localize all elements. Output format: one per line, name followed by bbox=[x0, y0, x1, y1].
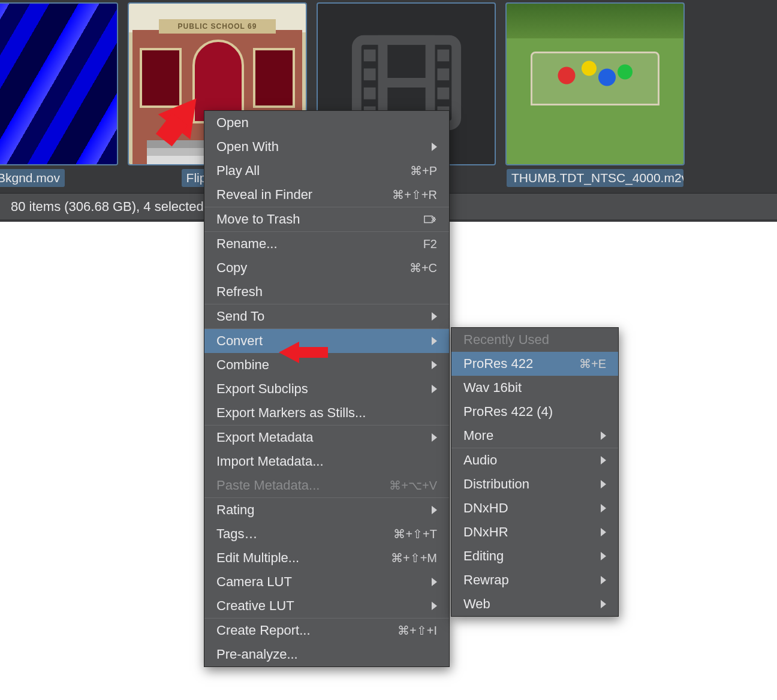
menu-label: Open bbox=[216, 115, 249, 131]
submenu-arrow-icon bbox=[601, 552, 606, 560]
menu-label: Open With bbox=[216, 139, 279, 155]
menu-item-export-metadata[interactable]: Export Metadata bbox=[204, 426, 449, 449]
annotation-arrow-icon bbox=[279, 342, 328, 363]
submenu-item-prores-422[interactable]: ProRes 422 ⌘+E bbox=[451, 352, 618, 376]
menu-item-import-metadata[interactable]: Import Metadata... bbox=[204, 449, 449, 473]
submenu-arrow-icon bbox=[601, 600, 606, 608]
menu-item-refresh[interactable]: Refresh bbox=[204, 280, 449, 304]
menu-item-create-report[interactable]: Create Report... ⌘+⇧+I bbox=[204, 618, 449, 642]
menu-label: Audio bbox=[463, 452, 497, 468]
menu-label: DNxHD bbox=[463, 500, 508, 516]
submenu-arrow-icon bbox=[432, 578, 437, 586]
menu-label: Paste Metadata... bbox=[216, 478, 320, 493]
menu-label: Refresh bbox=[216, 284, 263, 300]
menu-item-creative-lut[interactable]: Creative LUT bbox=[204, 594, 449, 618]
thumbnail-label: Bkgnd.mov bbox=[0, 169, 65, 187]
menu-label: Recently Used bbox=[463, 332, 549, 348]
menu-item-export-subclips[interactable]: Export Subclips bbox=[204, 377, 449, 401]
menu-label: Export Subclips bbox=[216, 381, 308, 397]
submenu-arrow-icon bbox=[601, 504, 606, 512]
trash-tag-icon bbox=[424, 215, 437, 224]
submenu-item-rewrap[interactable]: Rewrap bbox=[451, 568, 618, 592]
menu-shortcut: ⌘+⇧+I bbox=[397, 623, 437, 638]
submenu-item-more[interactable]: More bbox=[451, 424, 618, 448]
submenu-item-dnxhr[interactable]: DNxHR bbox=[451, 520, 618, 544]
submenu-arrow-icon bbox=[601, 456, 606, 464]
submenu-arrow-icon bbox=[432, 385, 437, 393]
menu-item-open[interactable]: Open bbox=[204, 111, 449, 135]
submenu-item-wav-16bit[interactable]: Wav 16bit bbox=[451, 376, 618, 400]
thumbnail-item[interactable]: THUMB.TDT_NTSC_4000.m2v bbox=[502, 2, 688, 189]
submenu-arrow-icon bbox=[601, 528, 606, 536]
submenu-arrow-icon bbox=[432, 143, 437, 151]
submenu-item-web[interactable]: Web bbox=[451, 592, 618, 616]
menu-shortcut: ⌘+⌥+V bbox=[389, 478, 437, 493]
menu-shortcut: F2 bbox=[423, 237, 437, 251]
menu-label: Import Metadata... bbox=[216, 454, 324, 469]
thumbnail-item[interactable]: Bkgnd.mov bbox=[0, 2, 122, 189]
menu-shortcut: ⌘+C bbox=[409, 261, 437, 275]
menu-item-open-with[interactable]: Open With bbox=[204, 135, 449, 159]
menu-label: Web bbox=[463, 596, 490, 612]
submenu-item-distribution[interactable]: Distribution bbox=[451, 472, 618, 496]
menu-label: Tags… bbox=[216, 526, 257, 542]
menu-label: Pre-analyze... bbox=[216, 647, 298, 662]
menu-item-export-markers[interactable]: Export Markers as Stills... bbox=[204, 401, 449, 425]
svg-rect-6 bbox=[437, 50, 449, 62]
menu-item-paste-metadata: Paste Metadata... ⌘+⌥+V bbox=[204, 473, 449, 497]
svg-rect-2 bbox=[363, 50, 375, 62]
menu-label: Wav 16bit bbox=[463, 380, 522, 396]
submenu-item-dnxhd[interactable]: DNxHD bbox=[451, 496, 618, 520]
menu-label: ProRes 422 bbox=[463, 356, 533, 372]
submenu-arrow-icon bbox=[432, 312, 437, 321]
menu-label: Distribution bbox=[463, 476, 529, 492]
menu-item-move-to-trash[interactable]: Move to Trash bbox=[204, 207, 449, 231]
menu-item-tags[interactable]: Tags… ⌘+⇧+T bbox=[204, 522, 449, 546]
submenu-item-prores-422-4[interactable]: ProRes 422 (4) bbox=[451, 400, 618, 424]
thumbnail-label: THUMB.TDT_NTSC_4000.m2v bbox=[507, 169, 683, 187]
menu-item-send-to[interactable]: Send To bbox=[204, 304, 449, 328]
menu-item-play-all[interactable]: Play All ⌘+P bbox=[204, 159, 449, 183]
svg-rect-7 bbox=[437, 68, 449, 80]
menu-label: Export Markers as Stills... bbox=[216, 405, 366, 421]
menu-label: Combine bbox=[216, 357, 269, 373]
menu-label: Editing bbox=[463, 548, 504, 564]
submenu-arrow-icon bbox=[601, 576, 606, 584]
submenu-arrow-icon bbox=[432, 361, 437, 369]
thumbnail-image bbox=[0, 2, 118, 165]
menu-label: Export Metadata bbox=[216, 430, 313, 445]
menu-label: Reveal in Finder bbox=[216, 187, 312, 203]
menu-label: Move to Trash bbox=[216, 212, 300, 227]
menu-label: Copy bbox=[216, 260, 247, 276]
context-menu: Open Open With Play All ⌘+P Reveal in Fi… bbox=[204, 110, 450, 667]
menu-label: Send To bbox=[216, 309, 264, 324]
menu-shortcut: ⌘+⇧+R bbox=[392, 188, 437, 202]
submenu-arrow-icon bbox=[432, 506, 437, 514]
convert-submenu: Recently Used ProRes 422 ⌘+E Wav 16bit P… bbox=[451, 327, 619, 617]
submenu-item-editing[interactable]: Editing bbox=[451, 544, 618, 568]
submenu-arrow-icon bbox=[601, 432, 606, 440]
menu-item-rating[interactable]: Rating bbox=[204, 498, 449, 522]
svg-rect-4 bbox=[363, 88, 375, 99]
menu-item-reveal-in-finder[interactable]: Reveal in Finder ⌘+⇧+R bbox=[204, 183, 449, 207]
menu-label: More bbox=[463, 428, 493, 443]
menu-item-edit-multiple[interactable]: Edit Multiple... ⌘+⇧+M bbox=[204, 546, 449, 570]
menu-item-copy[interactable]: Copy ⌘+C bbox=[204, 256, 449, 280]
svg-rect-8 bbox=[437, 88, 449, 99]
menu-label: ProRes 422 (4) bbox=[463, 404, 553, 420]
menu-label: Play All bbox=[216, 163, 260, 179]
menu-label: Creative LUT bbox=[216, 598, 294, 614]
menu-label: Create Report... bbox=[216, 623, 311, 638]
menu-label: Camera LUT bbox=[216, 574, 292, 590]
menu-item-camera-lut[interactable]: Camera LUT bbox=[204, 570, 449, 594]
submenu-arrow-icon bbox=[432, 602, 437, 610]
menu-shortcut: ⌘+P bbox=[410, 164, 437, 178]
menu-label: Rename... bbox=[216, 236, 278, 252]
menu-item-preanalyze[interactable]: Pre-analyze... bbox=[204, 642, 449, 666]
menu-item-rename[interactable]: Rename... F2 bbox=[204, 232, 449, 256]
submenu-item-audio[interactable]: Audio bbox=[451, 448, 618, 472]
submenu-arrow-icon bbox=[601, 480, 606, 488]
menu-shortcut: ⌘+E bbox=[579, 357, 606, 371]
menu-shortcut: ⌘+⇧+T bbox=[393, 527, 437, 541]
thumbnail-image bbox=[505, 2, 685, 165]
